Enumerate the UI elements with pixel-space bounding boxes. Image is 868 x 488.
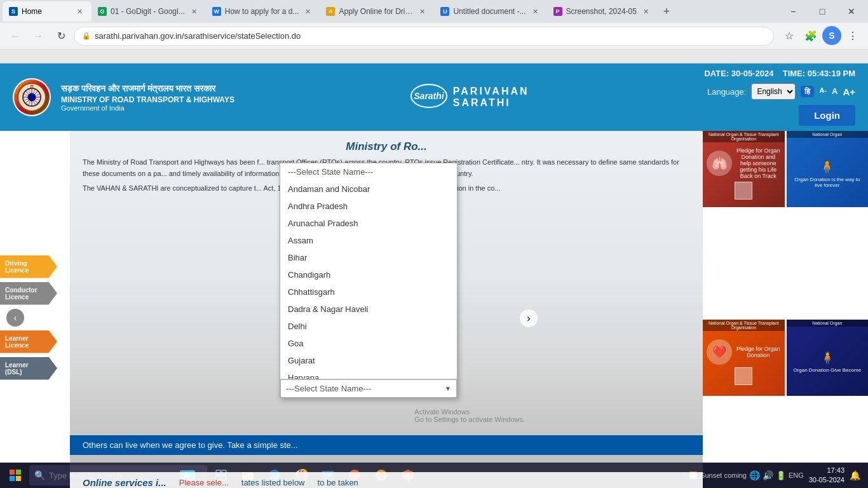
- tab-label-untitled: Untitled document -...: [453, 7, 526, 16]
- nav-arrow-driving[interactable]: DrivingLicence: [0, 255, 70, 278]
- sarathi-text-block: PARIVAHAN SARATHI: [453, 86, 529, 109]
- close-button[interactable]: ✕: [837, 0, 865, 23]
- url-text: sarathi.parivahan.gov.in/sarathiservice/…: [95, 31, 301, 41]
- datetime-display: DATE: 30-05-2024 TIME: 05:43:19 PM: [704, 69, 855, 78]
- dropdown-item-andaman[interactable]: Andaman and Nicobar: [280, 180, 457, 198]
- dropdown-item-andhra[interactable]: Andhra Pradesh: [280, 198, 457, 215]
- carousel-next-button[interactable]: ›: [520, 309, 538, 327]
- dropdown-placeholder-item[interactable]: ---Select State Name---: [280, 163, 457, 180]
- left-nav-panel: DrivingLicence ConductorLicence ‹ Learne…: [0, 131, 70, 488]
- qr-code-3: [735, 367, 752, 385]
- dropdown-item-goa[interactable]: Goa: [280, 335, 457, 352]
- volume-icon[interactable]: 🔊: [763, 470, 773, 480]
- nav-back-chevron[interactable]: ‹: [6, 309, 24, 327]
- tab-favicon-apply: W: [212, 7, 221, 16]
- tab-favicon-godigit: G: [98, 7, 107, 16]
- tab-label-home: Home: [22, 7, 42, 16]
- language-indicator: ENG: [789, 471, 804, 479]
- taskbar-time: 17:43: [809, 466, 844, 475]
- dropdown-scroll-area[interactable]: ---Select State Name--- Andaman and Nico…: [280, 163, 457, 379]
- ministry-title-text: Ministry of Ro...: [346, 140, 427, 152]
- tab-close-screenshot[interactable]: ✕: [641, 6, 651, 17]
- nav-bar: ← → ↻ 🔒 sarathi.parivahan.gov.in/sarathi…: [0, 23, 868, 50]
- tab-favicon-home: S: [9, 7, 18, 16]
- minimize-button[interactable]: −: [779, 0, 807, 23]
- new-tab-button[interactable]: +: [658, 3, 675, 20]
- organ-text-1: Pledge for Organ Donation and help someo…: [736, 147, 780, 179]
- profile-button[interactable]: S: [822, 26, 841, 45]
- address-bar[interactable]: 🔒 sarathi.parivahan.gov.in/sarathiservic…: [74, 27, 774, 46]
- dropdown-item-assam[interactable]: Assam: [280, 232, 457, 249]
- tab-close-applydrive[interactable]: ✕: [417, 6, 428, 17]
- site-header: 🦁 सड़क परिवहन और राजमार्ग मंत्रालय भारत …: [0, 64, 868, 131]
- dropdown-item-dadra[interactable]: Dadra & Nagar Haveli: [280, 301, 457, 318]
- extension-button[interactable]: 🧩: [801, 26, 821, 46]
- dropdown-bottom-select[interactable]: ---Select State Name--- ▼: [280, 379, 457, 398]
- forward-button[interactable]: →: [28, 26, 48, 46]
- dropdown-item-bihar[interactable]: Bihar: [280, 249, 457, 266]
- dropdown-item-haryana[interactable]: Haryana: [280, 369, 457, 379]
- font-increase-button[interactable]: A+: [843, 86, 855, 97]
- tab-active-home[interactable]: S Home ✕: [3, 1, 92, 22]
- page-section: DrivingLicence ConductorLicence ‹ Learne…: [0, 131, 868, 488]
- language-label: Language:: [707, 87, 746, 97]
- tab-favicon-screenshot: P: [553, 7, 562, 16]
- taskbar-clock[interactable]: 17:43 30-05-2024: [809, 466, 844, 485]
- font-decrease-button[interactable]: A-: [819, 86, 827, 97]
- english-title: MINISTRY OF ROAD TRANSPORT & HIGHWAYS: [61, 95, 234, 104]
- network-icon[interactable]: 🌐: [749, 470, 760, 480]
- organ-text-3: Pledge for Organ Donation: [736, 346, 780, 358]
- tab-label-applydrive: Apply Online for Driv...: [339, 7, 413, 16]
- tab-untitled[interactable]: U Untitled document -... ✕: [434, 1, 546, 22]
- header-center: Sarathi PARIVAHAN SARATHI: [410, 83, 529, 111]
- battery-icon: 🔋: [776, 471, 786, 480]
- organ-img-2-content: 🧍 Organ Donation is the way to live fore…: [790, 159, 865, 188]
- browser-frame: S Home ✕ G 01 - GoDigit - Googl... ✕ W H…: [0, 0, 868, 64]
- tab-godigit[interactable]: G 01 - GoDigit - Googl... ✕: [92, 1, 206, 22]
- tab-favicon-untitled: U: [440, 7, 449, 16]
- font-normal-button[interactable]: A: [832, 86, 837, 97]
- organ-text-2: Organ Donation is the way to live foreve…: [790, 177, 865, 188]
- notification-bell-icon[interactable]: 🔔: [850, 470, 860, 480]
- language-select[interactable]: English Hindi: [751, 83, 796, 100]
- dropdown-item-delhi[interactable]: Delhi: [280, 318, 457, 335]
- tab-applydrive[interactable]: A Apply Online for Driv... ✕: [320, 1, 434, 22]
- tab-close-home[interactable]: ✕: [74, 6, 85, 17]
- login-button[interactable]: Login: [799, 105, 855, 126]
- tab-screenshot[interactable]: P Screenshot, 2024-05 ✕: [547, 1, 658, 22]
- nav-arrow-learner[interactable]: LearnerLicence: [0, 330, 70, 353]
- dropdown-item-arunachal[interactable]: Arunachal Pradesh: [280, 215, 457, 232]
- svg-text:🦁: 🦁: [30, 85, 34, 89]
- date-value: 30-05-2024: [731, 69, 774, 78]
- tab-close-apply[interactable]: ✕: [302, 6, 313, 17]
- taskbar-right: ^ 🌅 Sunset coming 🌐 🔊 🔋 ENG 17:43 30-05-…: [683, 466, 865, 485]
- more-options-button[interactable]: ⋮: [843, 26, 863, 46]
- natl-org-header-3: National Organ & Tissue Transplant Organ…: [703, 320, 785, 331]
- organ-icon-1: 🫁: [707, 151, 732, 176]
- dropdown-item-chhattisgarh[interactable]: Chhattisgarh: [280, 283, 457, 301]
- reload-button[interactable]: ↻: [51, 26, 71, 46]
- organ-icon-2: 🧍: [790, 159, 865, 174]
- ministry-logo: 🦁: [13, 78, 51, 116]
- tab-close-godigit[interactable]: ✕: [189, 6, 200, 17]
- bookmark-button[interactable]: ☆: [779, 26, 799, 46]
- taskbar-date: 30-05-2024: [809, 475, 844, 485]
- maximize-button[interactable]: □: [808, 0, 836, 23]
- hindi-title: सड़क परिवहन और राजमार्ग मंत्रालय भारत सर…: [61, 83, 234, 95]
- tab-close-untitled[interactable]: ✕: [530, 6, 541, 17]
- dropdown-item-chandigarh[interactable]: Chandigarh: [280, 266, 457, 283]
- font-controls: A- A A+: [819, 86, 855, 97]
- organ-image-2: National Organ 🧍 Organ Donation is the w…: [787, 131, 869, 207]
- header-right: DATE: 30-05-2024 TIME: 05:43:19 PM Langu…: [704, 69, 855, 126]
- window-controls: − □ ✕: [779, 0, 865, 23]
- nav-icons: ☆ 🧩 S ⋮: [779, 26, 863, 46]
- back-button[interactable]: ←: [5, 26, 25, 46]
- site-header-inner: 🦁 सड़क परिवहन और राजमार्ग मंत्रालय भारत …: [0, 64, 868, 131]
- dropdown-item-gujarat[interactable]: Gujarat: [280, 352, 457, 369]
- sarathi-icon: Sarathi: [410, 83, 448, 111]
- online-services-content: Online services i... Please sele... tate…: [83, 477, 690, 488]
- nav-arrow-dsl[interactable]: Learner(DSL): [0, 357, 70, 380]
- tab-bar: S Home ✕ G 01 - GoDigit - Googl... ✕ W H…: [0, 0, 868, 23]
- tab-apply[interactable]: W How to apply for a d... ✕: [206, 1, 320, 22]
- nav-arrow-conductor[interactable]: ConductorLicence: [0, 282, 70, 305]
